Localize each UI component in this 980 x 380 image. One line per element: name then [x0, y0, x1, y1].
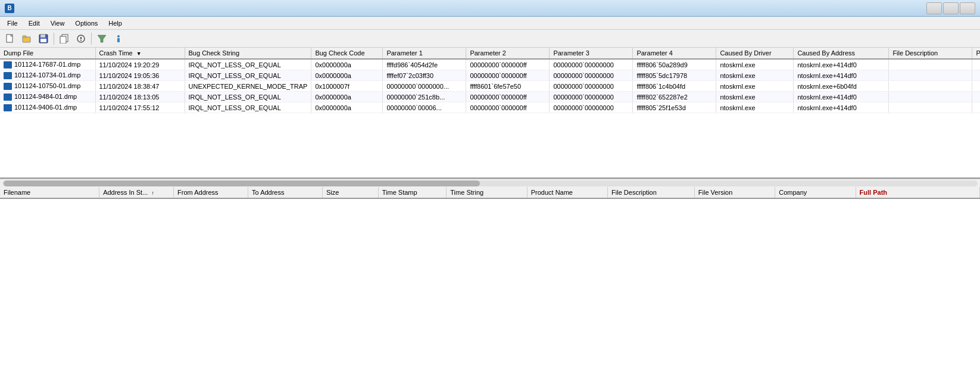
- col-param4[interactable]: Parameter 4: [633, 48, 716, 59]
- toolbar-save-btn[interactable]: [36, 32, 51, 46]
- horizontal-scrollbar[interactable]: [0, 179, 980, 187]
- col-full-path[interactable]: Full Path: [856, 187, 979, 198]
- toolbar-new-btn[interactable]: [2, 32, 18, 46]
- toolbar: [0, 30, 980, 48]
- col-file-version[interactable]: File Version: [694, 187, 775, 198]
- menu-file[interactable]: File: [2, 18, 23, 28]
- cell-param1: ffffef07`2c03ff30: [383, 70, 466, 81]
- col-caused-by-address[interactable]: Caused By Address: [794, 48, 889, 59]
- toolbar-about-btn[interactable]: [111, 32, 126, 46]
- crash-table-row[interactable]: 101124-10750-01.dmp11/10/2024 18:38:47UN…: [0, 81, 980, 92]
- cell-param1: 00000000`0000000...: [383, 81, 466, 92]
- new-icon: [5, 34, 15, 43]
- svg-rect-8: [60, 36, 66, 43]
- cell-bug-check-code: 0x0000000a: [311, 102, 383, 113]
- cell-param3: 00000000`00000000: [550, 92, 633, 102]
- cell-param3: 00000000`00000000: [550, 81, 633, 92]
- cell-param4: fffff805`25f1e53d: [633, 102, 716, 113]
- toolbar-open-btn[interactable]: [19, 32, 35, 46]
- col-from-address[interactable]: From Address: [174, 187, 248, 198]
- cell-dump-file: 101124-10734-01.dmp: [0, 70, 95, 81]
- menu-help[interactable]: Help: [104, 18, 127, 28]
- cell-caused-by-driver: ntoskrnl.exe: [716, 92, 794, 102]
- title-bar-controls: [926, 2, 975, 14]
- cell-file-description: [889, 59, 972, 70]
- cell-bug-check-code: 0x0000000a: [311, 70, 383, 81]
- col-size[interactable]: Size: [323, 187, 379, 198]
- col-time-string[interactable]: Time String: [447, 187, 527, 198]
- minimize-button[interactable]: [926, 2, 942, 14]
- driver-table-header-row: Filename Address In St... ↑ From Address…: [0, 187, 980, 198]
- col-crash-time[interactable]: Crash Time ▼: [95, 48, 185, 59]
- scrollbar-track: [2, 180, 978, 186]
- cell-crash-time: 11/10/2024 19:20:29: [95, 59, 185, 70]
- cell-product-name: [972, 59, 980, 70]
- col-bug-check-string[interactable]: Bug Check String: [185, 48, 311, 59]
- col-param2[interactable]: Parameter 2: [466, 48, 550, 59]
- lower-pane: Filename Address In St... ↑ From Address…: [0, 187, 980, 380]
- cell-dump-file: 101124-10750-01.dmp: [0, 81, 95, 92]
- svg-marker-12: [98, 35, 106, 42]
- col-to-address[interactable]: To Address: [248, 187, 323, 198]
- sort-arrow-crash-time: ▼: [136, 51, 142, 57]
- menu-view[interactable]: View: [46, 18, 70, 28]
- lower-scroll-area[interactable]: Filename Address In St... ↑ From Address…: [0, 187, 980, 380]
- app-icon: B: [5, 4, 14, 13]
- upper-scroll-area[interactable]: Dump File Crash Time ▼ Bug Check String …: [0, 48, 980, 177]
- cell-caused-by-address: ntoskrnl.exe+414df0: [794, 102, 889, 113]
- col-filename[interactable]: Filename: [0, 187, 99, 198]
- col-address-in-stack[interactable]: Address In St... ↑: [99, 187, 174, 198]
- cell-product-name: [972, 81, 980, 92]
- crash-table-row[interactable]: 101124-9406-01.dmp11/10/2024 17:55:12IRQ…: [0, 102, 980, 113]
- cell-param1: 00000000`00006...: [383, 102, 466, 113]
- col-bug-check-code[interactable]: Bug Check Code: [311, 48, 383, 59]
- close-button[interactable]: [960, 2, 975, 14]
- menu-options[interactable]: Options: [70, 18, 102, 28]
- col-product-name[interactable]: Product Name: [972, 48, 980, 59]
- crash-table: Dump File Crash Time ▼ Bug Check String …: [0, 48, 980, 113]
- toolbar-sep-2: [91, 33, 92, 45]
- toolbar-filter-btn[interactable]: [94, 32, 110, 46]
- cell-param1: ffffd986`4054d2fe: [383, 59, 466, 70]
- cell-dump-file: 101124-9406-01.dmp: [0, 102, 95, 113]
- col-param1[interactable]: Parameter 1: [383, 48, 466, 59]
- cell-param1: 00000000`251c8b...: [383, 92, 466, 102]
- col-dump-file[interactable]: Dump File: [0, 48, 95, 59]
- crash-table-row[interactable]: 101124-10734-01.dmp11/10/2024 19:05:36IR…: [0, 70, 980, 81]
- crash-table-header-row: Dump File Crash Time ▼ Bug Check String …: [0, 48, 980, 59]
- cell-bug-check-code: 0x0000000a: [311, 59, 383, 70]
- cell-param2: 00000000`000000ff: [466, 70, 550, 81]
- col-file-description[interactable]: File Description: [889, 48, 972, 59]
- col-time-stamp[interactable]: Time Stamp: [378, 187, 447, 198]
- crash-table-row[interactable]: 101124-9484-01.dmp11/10/2024 18:13:05IRQ…: [0, 92, 980, 102]
- col-product-name-lower[interactable]: Product Name: [527, 187, 607, 198]
- filter-icon: [97, 34, 107, 43]
- svg-rect-5: [40, 35, 45, 38]
- menu-edit[interactable]: Edit: [24, 18, 45, 28]
- toolbar-props-btn[interactable]: [73, 32, 89, 46]
- cell-param2: 00000000`000000ff: [466, 92, 550, 102]
- cell-caused-by-driver: ntoskrnl.exe: [716, 81, 794, 92]
- col-file-description-lower[interactable]: File Description: [608, 187, 695, 198]
- cell-crash-time: 11/10/2024 19:05:36: [95, 70, 185, 81]
- cell-bug-check-code: 0x1000007f: [311, 81, 383, 92]
- cell-dump-file: 101124-9484-01.dmp: [0, 92, 95, 102]
- cell-caused-by-address: ntoskrnl.exe+414df0: [794, 92, 889, 102]
- cell-crash-time: 11/10/2024 18:13:05: [95, 92, 185, 102]
- sort-arrow-address: ↑: [151, 190, 154, 196]
- toolbar-copy-btn[interactable]: [57, 32, 72, 46]
- col-caused-by-driver[interactable]: Caused By Driver: [716, 48, 794, 59]
- col-company-lower[interactable]: Company: [775, 187, 856, 198]
- save-icon: [39, 34, 48, 43]
- maximize-button[interactable]: [943, 2, 959, 14]
- title-bar-left: B: [5, 4, 18, 13]
- col-param3[interactable]: Parameter 3: [550, 48, 633, 59]
- scrollbar-thumb[interactable]: [4, 180, 480, 186]
- cell-param4: fffff805`5dc17978: [633, 70, 716, 81]
- svg-rect-3: [23, 36, 26, 38]
- cell-bug-check-code: 0x0000000a: [311, 92, 383, 102]
- cell-crash-time: 11/10/2024 18:38:47: [95, 81, 185, 92]
- crash-table-row[interactable]: 101124-17687-01.dmp11/10/2024 19:20:29IR…: [0, 59, 980, 70]
- cell-param4: fffff802`652287e2: [633, 92, 716, 102]
- title-bar: B: [0, 0, 980, 17]
